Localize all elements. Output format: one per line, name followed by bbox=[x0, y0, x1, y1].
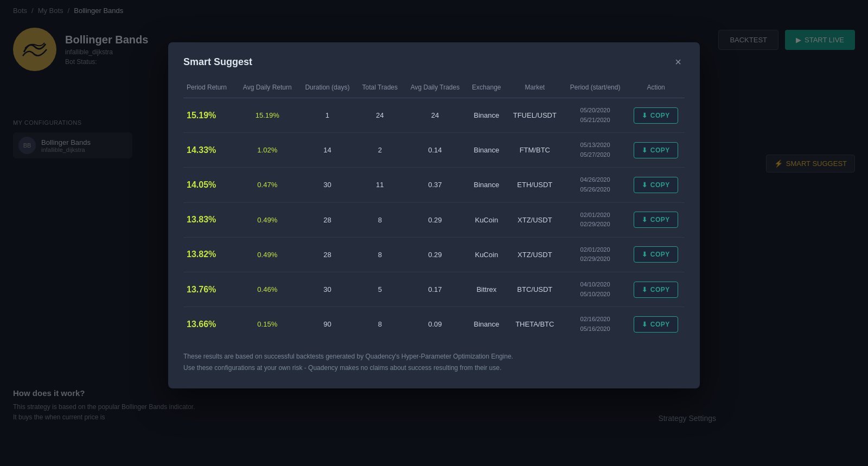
col-header-duration: Duration (days) bbox=[298, 79, 356, 98]
download-icon-4: ⬇ bbox=[642, 251, 648, 258]
cell-period-return-3: 13.83% bbox=[183, 202, 236, 237]
modal-close-button[interactable]: × bbox=[672, 55, 685, 68]
cell-period-4: 02/01/202002/29/2020 bbox=[563, 237, 627, 272]
col-header-avg-daily-return: Avg Daily Return bbox=[236, 79, 298, 98]
cell-avg-daily-trades-6: 0.09 bbox=[404, 307, 467, 342]
cell-avg-daily-4: 0.49% bbox=[236, 237, 298, 272]
cell-market-5: BTC/USDT bbox=[507, 272, 563, 307]
table-row: 13.82% 0.49% 28 8 0.29 KuCoin XTZ/USDT 0… bbox=[183, 237, 685, 272]
download-icon-1: ⬇ bbox=[642, 146, 648, 154]
cell-avg-daily-trades-0: 24 bbox=[404, 98, 467, 133]
cell-period-return-1: 14.33% bbox=[183, 133, 236, 168]
col-header-period: Period (start/end) bbox=[563, 79, 627, 98]
cell-action-6: ⬇ COPY bbox=[627, 307, 685, 342]
cell-period-6: 02/16/202005/16/2020 bbox=[563, 307, 627, 342]
footer-line1: These results are based on successful ba… bbox=[183, 351, 685, 362]
cell-action-0: ⬇ COPY bbox=[627, 98, 685, 133]
cell-market-4: XTZ/USDT bbox=[507, 237, 563, 272]
smart-suggest-table: Period Return Avg Daily Return Duration … bbox=[183, 79, 685, 341]
cell-action-5: ⬇ COPY bbox=[627, 272, 685, 307]
cell-avg-daily-5: 0.46% bbox=[236, 272, 298, 307]
cell-market-1: FTM/BTC bbox=[507, 133, 563, 168]
table-row: 14.05% 0.47% 30 11 0.37 Binance ETH/USDT… bbox=[183, 168, 685, 202]
table-row: 15.19% 15.19% 1 24 24 Binance TFUEL/USDT… bbox=[183, 98, 685, 133]
copy-button-0[interactable]: ⬇ COPY bbox=[634, 107, 678, 124]
cell-period-1: 05/13/202005/27/2020 bbox=[563, 133, 627, 168]
smart-suggest-modal: Smart Suggest × Period Return Avg Daily … bbox=[168, 42, 700, 388]
cell-exchange-1: Binance bbox=[467, 133, 507, 168]
cell-avg-daily-1: 1.02% bbox=[236, 133, 298, 168]
col-header-exchange: Exchange bbox=[467, 79, 507, 98]
download-icon-5: ⬇ bbox=[642, 286, 648, 293]
cell-period-return-5: 13.76% bbox=[183, 272, 236, 307]
cell-duration-0: 1 bbox=[298, 98, 356, 133]
cell-market-2: ETH/USDT bbox=[507, 168, 563, 202]
modal-header: Smart Suggest × bbox=[183, 55, 685, 68]
cell-avg-daily-2: 0.47% bbox=[236, 168, 298, 202]
cell-total-trades-6: 8 bbox=[356, 307, 404, 342]
copy-button-1[interactable]: ⬇ COPY bbox=[634, 142, 678, 158]
cell-total-trades-4: 8 bbox=[356, 237, 404, 272]
cell-market-0: TFUEL/USDT bbox=[507, 98, 563, 133]
cell-action-3: ⬇ COPY bbox=[627, 202, 685, 237]
download-icon-0: ⬇ bbox=[642, 112, 648, 119]
cell-action-4: ⬇ COPY bbox=[627, 237, 685, 272]
modal-footer: These results are based on successful ba… bbox=[183, 351, 685, 373]
cell-duration-5: 30 bbox=[298, 272, 356, 307]
cell-avg-daily-trades-3: 0.29 bbox=[404, 202, 467, 237]
copy-button-3[interactable]: ⬇ COPY bbox=[634, 212, 678, 228]
cell-period-2: 04/26/202005/26/2020 bbox=[563, 168, 627, 202]
copy-button-2[interactable]: ⬇ COPY bbox=[634, 177, 678, 193]
col-header-market: Market bbox=[507, 79, 563, 98]
modal-title: Smart Suggest bbox=[183, 56, 252, 68]
cell-duration-3: 28 bbox=[298, 202, 356, 237]
cell-duration-6: 90 bbox=[298, 307, 356, 342]
download-icon-6: ⬇ bbox=[642, 321, 648, 328]
footer-line2: Use these configurations at your own ris… bbox=[183, 362, 685, 373]
cell-exchange-3: KuCoin bbox=[467, 202, 507, 237]
download-icon-2: ⬇ bbox=[642, 181, 648, 189]
cell-market-6: THETA/BTC bbox=[507, 307, 563, 342]
cell-avg-daily-trades-2: 0.37 bbox=[404, 168, 467, 202]
cell-period-return-0: 15.19% bbox=[183, 98, 236, 133]
copy-button-4[interactable]: ⬇ COPY bbox=[634, 246, 678, 263]
download-icon-3: ⬇ bbox=[642, 216, 648, 224]
cell-period-5: 04/10/202005/10/2020 bbox=[563, 272, 627, 307]
cell-exchange-6: Binance bbox=[467, 307, 507, 342]
cell-action-2: ⬇ COPY bbox=[627, 168, 685, 202]
cell-total-trades-2: 11 bbox=[356, 168, 404, 202]
table-row: 14.33% 1.02% 14 2 0.14 Binance FTM/BTC 0… bbox=[183, 133, 685, 168]
cell-total-trades-3: 8 bbox=[356, 202, 404, 237]
cell-period-return-2: 14.05% bbox=[183, 168, 236, 202]
cell-period-return-4: 13.82% bbox=[183, 237, 236, 272]
cell-action-1: ⬇ COPY bbox=[627, 133, 685, 168]
cell-avg-daily-3: 0.49% bbox=[236, 202, 298, 237]
table-row: 13.76% 0.46% 30 5 0.17 Bittrex BTC/USDT … bbox=[183, 272, 685, 307]
cell-avg-daily-trades-1: 0.14 bbox=[404, 133, 467, 168]
cell-exchange-0: Binance bbox=[467, 98, 507, 133]
cell-duration-4: 28 bbox=[298, 237, 356, 272]
cell-period-return-6: 13.66% bbox=[183, 307, 236, 342]
col-header-period-return: Period Return bbox=[183, 79, 236, 98]
cell-total-trades-0: 24 bbox=[356, 98, 404, 133]
cell-period-0: 05/20/202005/21/2020 bbox=[563, 98, 627, 133]
copy-button-6[interactable]: ⬇ COPY bbox=[634, 316, 678, 333]
col-header-action: Action bbox=[627, 79, 685, 98]
cell-market-3: XTZ/USDT bbox=[507, 202, 563, 237]
table-header-row: Period Return Avg Daily Return Duration … bbox=[183, 79, 685, 98]
cell-period-3: 02/01/202002/29/2020 bbox=[563, 202, 627, 237]
col-header-avg-daily-trades: Avg Daily Trades bbox=[404, 79, 467, 98]
table-row: 13.83% 0.49% 28 8 0.29 KuCoin XTZ/USDT 0… bbox=[183, 202, 685, 237]
cell-exchange-4: KuCoin bbox=[467, 237, 507, 272]
copy-button-5[interactable]: ⬇ COPY bbox=[634, 282, 678, 298]
cell-duration-1: 14 bbox=[298, 133, 356, 168]
cell-avg-daily-6: 0.15% bbox=[236, 307, 298, 342]
col-header-total-trades: Total Trades bbox=[356, 79, 404, 98]
cell-avg-daily-trades-4: 0.29 bbox=[404, 237, 467, 272]
cell-duration-2: 30 bbox=[298, 168, 356, 202]
cell-avg-daily-0: 15.19% bbox=[236, 98, 298, 133]
cell-total-trades-5: 5 bbox=[356, 272, 404, 307]
cell-exchange-2: Binance bbox=[467, 168, 507, 202]
cell-avg-daily-trades-5: 0.17 bbox=[404, 272, 467, 307]
cell-total-trades-1: 2 bbox=[356, 133, 404, 168]
